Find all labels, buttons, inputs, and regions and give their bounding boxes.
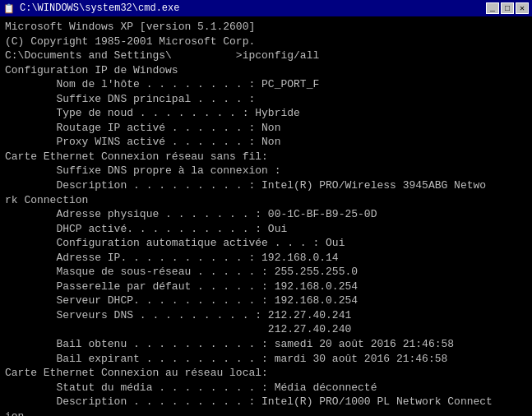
- terminal-line: ion: [5, 409, 527, 416]
- terminal-line: Suffixe DNS propre à la connexion :: [5, 164, 527, 178]
- terminal-line: (C) Copyright 1985-2001 Microsoft Corp.: [5, 35, 527, 49]
- terminal-line: Adresse physique . . . . . . . : 00-1C-B…: [5, 207, 527, 222]
- terminal-line: Bail obtenu . . . . . . . . . . : samedi…: [5, 337, 527, 352]
- title-bar: 📋 C:\WINDOWS\system32\cmd.exe _ □ ✕: [0, 0, 532, 16]
- terminal-line: Configuration automatique activée . . . …: [5, 236, 527, 251]
- terminal-line: rk Connection: [5, 193, 527, 208]
- terminal-line: DHCP activé. . . . . . . . . . : Oui: [5, 222, 527, 237]
- terminal-line: 212.27.40.240: [5, 322, 527, 337]
- terminal-line: Description . . . . . . . . . : Intel(R)…: [5, 395, 527, 409]
- close-button[interactable]: ✕: [516, 2, 529, 14]
- terminal-line: Statut du média . . . . . . . . : Média …: [5, 381, 527, 395]
- terminal-line: Masque de sous-réseau . . . . . : 255.25…: [5, 265, 527, 280]
- terminal-line: Bail expirant . . . . . . . . . : mardi …: [5, 352, 527, 367]
- terminal-line: C:\Documents and Settings\ >ipconfig/all: [5, 49, 527, 63]
- terminal-line: Suffixe DNS principal . . . . :: [5, 92, 527, 107]
- terminal-line: Type de noud . . . . . . . . : Hybride: [5, 106, 527, 121]
- terminal-line: Serveurs DNS . . . . . . . . . : 212.27.…: [5, 308, 527, 323]
- terminal[interactable]: Microsoft Windows XP [version 5.1.2600](…: [0, 16, 532, 416]
- terminal-line: Description . . . . . . . . . : Intel(R)…: [5, 178, 527, 193]
- cmd-icon: 📋: [3, 3, 15, 14]
- terminal-line: Routage IP activé . . . . . . : Non: [5, 121, 527, 136]
- terminal-line: Adresse IP. . . . . . . . . . : 192.168.…: [5, 251, 527, 266]
- maximize-button[interactable]: □: [501, 2, 514, 14]
- window-title: C:\WINDOWS\system32\cmd.exe: [20, 2, 179, 14]
- terminal-line: Passerelle par défaut . . . . . : 192.16…: [5, 280, 527, 294]
- terminal-line: Nom de l'hôte . . . . . . . . : PC_PORT_…: [5, 77, 527, 92]
- terminal-line: Carte Ethernet Connexion réseau sans fil…: [5, 150, 527, 164]
- terminal-line: Serveur DHCP. . . . . . . . . . : 192.16…: [5, 294, 527, 308]
- terminal-line: Microsoft Windows XP [version 5.1.2600]: [5, 20, 527, 35]
- minimize-button[interactable]: _: [486, 2, 499, 14]
- terminal-line: Carte Ethernet Connexion au réseau local…: [5, 366, 527, 381]
- terminal-line: Proxy WINS activé . . . . . . : Non: [5, 135, 527, 150]
- terminal-line: Configuration IP de Windows: [5, 63, 527, 78]
